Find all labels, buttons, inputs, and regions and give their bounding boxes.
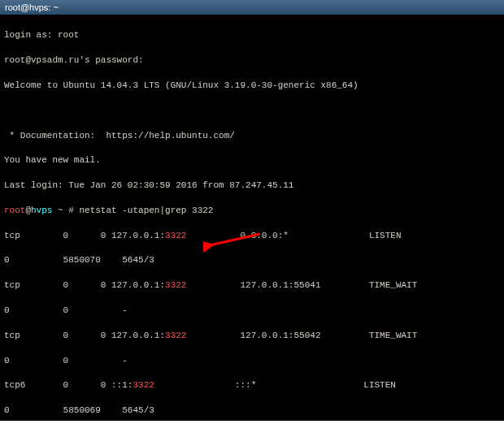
mail-line: You have new mail. <box>4 154 500 167</box>
command-netstat: netstat -utapen|grep 3322 <box>79 206 213 215</box>
prompt-host: hvps <box>31 206 52 215</box>
prompt-user: root <box>4 206 25 215</box>
netstat-row: tcp 0 0 127.0.0.1:3322 0.0.0.0:* LISTEN <box>4 230 500 242</box>
password-line: root@vpsadm.ru's password: <box>4 54 500 67</box>
window-title: root@hvps: ~ <box>5 2 59 12</box>
prompt-hash: ~ # <box>52 206 79 215</box>
netstat-row: 0 0 - <box>4 355 500 367</box>
blank <box>4 105 500 117</box>
netstat-row: 0 5850070 5645/3 <box>4 254 500 266</box>
login-line: login as: root <box>4 29 500 41</box>
last-login-line: Last login: Tue Jan 26 02:30:59 2016 fro… <box>4 180 500 192</box>
netstat-row: 0 5850069 5645/3 <box>4 405 500 417</box>
terminal-area[interactable]: login as: root root@vpsadm.ru's password… <box>0 15 504 421</box>
welcome-line: Welcome to Ubuntu 14.04.3 LTS (GNU/Linux… <box>4 80 500 92</box>
doc-line: * Documentation: https://help.ubuntu.com… <box>4 130 500 142</box>
netstat-row: tcp 0 0 127.0.0.1:3322 127.0.0.1:55042 T… <box>4 330 500 342</box>
netstat-row: tcp6 0 0 ::1:3322 :::* LISTEN <box>4 379 500 392</box>
window-title-bar: root@hvps: ~ <box>0 0 504 15</box>
netstat-row: 0 0 - <box>4 305 500 317</box>
netstat-row: tcp 0 0 127.0.0.1:3322 127.0.0.1:55041 T… <box>4 279 500 292</box>
prompt-line-1: root@hvps ~ # netstat -utapen|grep 3322 <box>4 205 500 217</box>
